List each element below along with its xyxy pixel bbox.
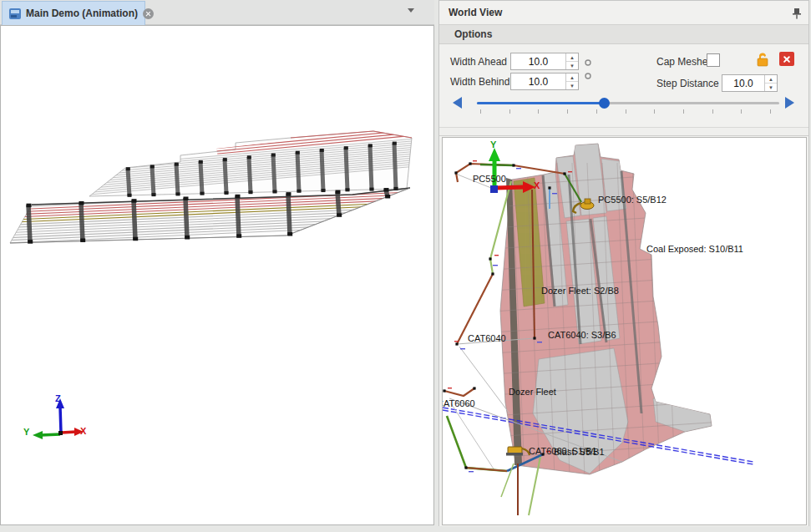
tab-close-icon[interactable] xyxy=(143,8,154,19)
axis-x-label: X xyxy=(80,426,86,436)
map-label: PC5500: S5/B12 xyxy=(598,195,667,205)
map-axis-x-label: X xyxy=(534,180,540,190)
panel-separator xyxy=(439,127,808,136)
tab-list-dropdown-icon[interactable] xyxy=(408,8,414,13)
step-distance-input[interactable] xyxy=(722,75,764,91)
width-behind-label: Width Behind xyxy=(450,76,509,88)
spin-up-icon[interactable]: ▲ xyxy=(566,53,578,62)
close-options-icon[interactable] xyxy=(779,52,794,66)
tab-title: Main Demo (Animation) xyxy=(26,8,138,19)
slider-step-back-icon[interactable] xyxy=(453,97,462,109)
slider-fill xyxy=(477,102,604,104)
map-axis-y-label: Y xyxy=(490,139,496,149)
terraced-mesh-3d xyxy=(1,26,433,524)
map-label: Blast: S5/B1 xyxy=(554,447,605,457)
axis-z-label: Z xyxy=(55,393,61,403)
width-behind-input[interactable] xyxy=(511,73,565,89)
width-ahead-spinner[interactable]: ▲ ▼ xyxy=(510,53,579,70)
axis-y-label: Y xyxy=(23,427,29,437)
spin-down-icon[interactable]: ▼ xyxy=(765,84,777,91)
width-behind-spin-buttons[interactable]: ▲ ▼ xyxy=(565,73,578,89)
spin-down-icon[interactable]: ▼ xyxy=(566,82,578,89)
spin-up-icon[interactable]: ▲ xyxy=(566,73,578,82)
map-label: CAT6040: S3/B6 xyxy=(548,330,616,340)
map-label: CAT6040 xyxy=(468,333,506,343)
animation-document-icon xyxy=(9,8,21,19)
options-header-label: Options xyxy=(454,28,492,40)
map-label: CAT6060 xyxy=(442,398,475,408)
width-ahead-input[interactable] xyxy=(511,53,565,69)
world-view-panel: World View Options Width Ahead ▲ ▼ Width… xyxy=(438,0,809,527)
spin-up-icon[interactable]: ▲ xyxy=(765,75,777,84)
map-label: Coal Exposed: S10/B11 xyxy=(646,244,743,254)
cap-meshes-checkbox[interactable] xyxy=(707,53,720,67)
width-ahead-spin-buttons[interactable]: ▲ ▼ xyxy=(565,53,578,69)
tab-main-demo-animation[interactable]: Main Demo (Animation) xyxy=(2,1,145,25)
step-distance-label: Step Distance xyxy=(656,78,719,89)
document-tab-bar: Main Demo (Animation) xyxy=(0,0,434,25)
world-map-view[interactable]: Y X PC5500PC5500: S5/B12Coal Exposed: S1… xyxy=(442,137,807,525)
options-header[interactable]: Options xyxy=(439,25,808,44)
lock-icon[interactable] xyxy=(755,51,770,68)
3d-viewport[interactable]: Z Y X xyxy=(0,25,434,525)
step-distance-spinner[interactable]: ▲ ▼ xyxy=(722,74,778,92)
step-distance-spin-buttons[interactable]: ▲ ▼ xyxy=(764,75,777,91)
link-widths-icon[interactable] xyxy=(584,56,592,84)
world-view-title: World View xyxy=(449,7,502,18)
slider-step-forward-icon[interactable] xyxy=(785,97,794,109)
map-label: PC5500 xyxy=(473,174,506,184)
pin-icon[interactable] xyxy=(792,8,802,19)
slider-thumb[interactable] xyxy=(599,98,610,109)
map-label: Dozer Fleet xyxy=(509,387,556,397)
world-view-titlebar: World View xyxy=(439,1,808,25)
window-bottom-strip xyxy=(0,526,811,532)
spin-down-icon[interactable]: ▼ xyxy=(566,62,578,69)
width-ahead-label: Width Ahead xyxy=(450,56,507,68)
map-label: Dozer Fleet: S2/B8 xyxy=(541,286,619,296)
cap-meshes-label: Cap Meshes xyxy=(656,56,712,68)
width-behind-spinner[interactable]: ▲ ▼ xyxy=(510,73,579,90)
